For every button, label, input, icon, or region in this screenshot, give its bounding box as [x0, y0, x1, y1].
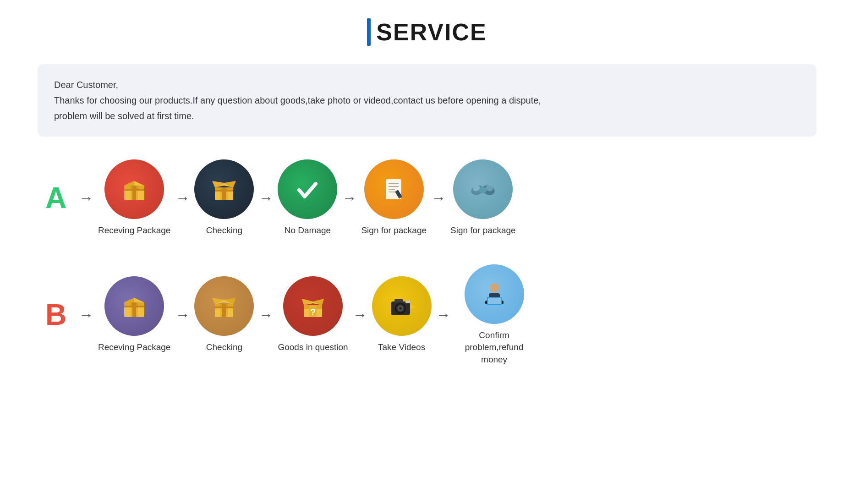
step-b1-label: Receving Package: [98, 341, 170, 354]
svg-text:?: ?: [310, 307, 316, 317]
flow-a-row: A → Receving Package: [38, 159, 816, 237]
svg-marker-7: [124, 181, 134, 186]
letter-a: A: [38, 181, 74, 215]
arrow-b0: →: [79, 307, 93, 323]
notice-line2: Thanks for choosing our products.If any …: [54, 93, 800, 108]
svg-rect-45: [222, 304, 226, 317]
arrow-b1: →: [175, 307, 190, 323]
flow-a-section: A → Receving Package: [38, 159, 816, 241]
notice-line3: problem will be solved at first time.: [54, 108, 800, 124]
svg-rect-65: [488, 298, 501, 304]
svg-rect-5: [132, 186, 136, 200]
letter-b: B: [38, 298, 74, 332]
flow-b-row: B → Receving Package →: [38, 264, 816, 366]
header-accent-bar: [367, 18, 371, 46]
step-b1: Receving Package: [98, 276, 170, 354]
step-b2: Checking: [194, 276, 254, 354]
step-b2-label: Checking: [206, 341, 242, 354]
step-a3-icon: [278, 159, 337, 219]
step-a1: Receving Package: [98, 159, 170, 237]
flow-b-section: B → Receving Package →: [38, 264, 816, 371]
page-header: SERVICE: [367, 18, 487, 46]
step-b4: Take Videos: [372, 276, 432, 354]
arrow-a2: →: [258, 190, 273, 207]
step-a2: Checking: [194, 159, 254, 237]
arrow-b4: →: [436, 307, 451, 323]
step-b5-icon: [465, 264, 524, 324]
svg-marker-36: [124, 298, 134, 302]
step-b3: ? Goods in question: [278, 276, 348, 354]
page-title: SERVICE: [376, 18, 487, 46]
step-b4-icon: [372, 276, 432, 336]
step-b5-label: Confirm problem,refundmoney: [455, 329, 533, 366]
step-a3-label: No Damage: [285, 225, 331, 237]
svg-marker-60: [410, 304, 416, 310]
step-b5: Confirm problem,refundmoney: [455, 264, 533, 366]
step-a4-label: Sign for package: [361, 225, 427, 237]
svg-rect-59: [405, 301, 410, 303]
step-a4-icon: [364, 159, 424, 219]
svg-point-28: [479, 187, 487, 193]
svg-point-57: [399, 307, 402, 310]
step-b2-icon: [194, 276, 254, 336]
arrow-a3: →: [342, 190, 356, 207]
svg-rect-58: [394, 299, 403, 302]
arrow-a1: →: [175, 190, 190, 207]
step-a5: Sign for package: [450, 159, 516, 237]
step-a3: No Damage: [278, 159, 337, 237]
svg-rect-34: [132, 302, 136, 317]
arrow-b3: →: [353, 307, 367, 323]
step-a5-icon: [453, 159, 513, 219]
svg-point-61: [490, 283, 499, 292]
step-b3-icon: ?: [283, 276, 343, 336]
step-a2-label: Checking: [206, 225, 242, 237]
step-a5-label: Sign for package: [450, 225, 516, 237]
notice-box: Dear Customer, Thanks for choosing our p…: [38, 64, 816, 137]
svg-rect-16: [222, 187, 226, 200]
arrow-b2: →: [258, 307, 273, 323]
step-b3-label: Goods in question: [278, 341, 348, 354]
step-b1-icon: [104, 276, 164, 336]
arrow-a0: →: [79, 190, 93, 207]
step-a4: Sign for package: [361, 159, 427, 237]
step-a1-label: Receving Package: [98, 225, 170, 237]
step-a1-icon: [104, 159, 164, 219]
arrow-a4: →: [431, 190, 446, 207]
step-b4-label: Take Videos: [378, 341, 425, 354]
step-a2-icon: [194, 159, 254, 219]
notice-line1: Dear Customer,: [54, 77, 800, 93]
